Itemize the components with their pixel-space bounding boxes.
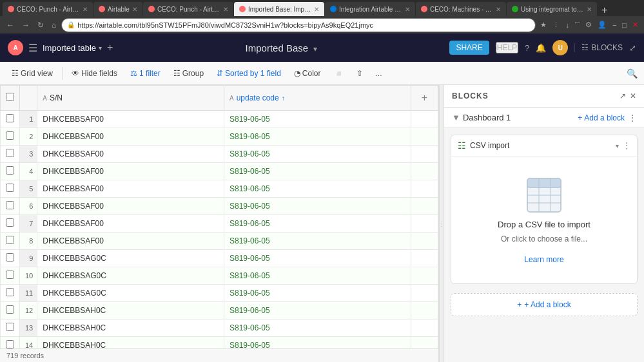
browser-tab[interactable]: Airtable ✕ [93, 2, 142, 16]
row-checkbox-cell[interactable] [1, 285, 20, 302]
col-header-checkbox[interactable] [1, 86, 20, 111]
row-height-button[interactable]: ◽ [329, 66, 349, 81]
avatar[interactable]: U [552, 40, 568, 55]
row-number: 9 [20, 250, 37, 267]
row-checkbox-cell[interactable] [1, 337, 20, 349]
panel-separator[interactable]: ⋮ [439, 85, 444, 362]
color-button[interactable]: ◔ Color [289, 66, 326, 81]
row-checkbox-cell[interactable] [1, 146, 20, 163]
row-checkbox[interactable] [6, 305, 14, 314]
filter-button[interactable]: ⚖ 1 filter [125, 66, 166, 81]
blocks-toggle[interactable]: ☷ BLOCKS [574, 43, 623, 52]
table-row: 9 DHKCEBBSAG0C S819-06-05 [1, 250, 438, 267]
extensions-icon[interactable]: ⎴ [573, 21, 581, 30]
block-card-menu-icon[interactable]: ⋮ [623, 141, 630, 150]
row-checkbox[interactable] [6, 253, 14, 262]
close-panel-icon[interactable]: ✕ [630, 91, 636, 100]
row-checkbox[interactable] [6, 149, 14, 157]
sort-button[interactable]: ⇵ Sorted by 1 field [211, 66, 286, 81]
hide-fields-button[interactable]: 👁 Hide fields [66, 66, 122, 81]
browser-tab[interactable]: Integration Airtable | Inte... ✕ [325, 2, 415, 16]
data-table: A S/N A update code ↑ [0, 85, 438, 348]
group-button[interactable]: ☷ Group [168, 66, 209, 81]
select-all-checkbox[interactable] [6, 93, 14, 101]
home-button[interactable]: ⌂ [49, 19, 59, 31]
header-left: A ☰ Imported table ▾ + [8, 40, 113, 55]
search-button[interactable]: 🔍 [627, 68, 638, 79]
expand-panel-icon[interactable]: ↗ [620, 91, 626, 100]
row-checkbox[interactable] [6, 166, 14, 175]
expand-collapse-icons[interactable]: ↗ ✕ [620, 91, 636, 100]
row-checkbox[interactable] [6, 131, 14, 140]
add-block-button[interactable]: + Add a block [578, 113, 625, 122]
row-update-value: S819-06-05 [224, 337, 411, 349]
close-window-button[interactable]: ✕ [630, 20, 640, 30]
row-checkbox[interactable] [6, 323, 14, 331]
help-text[interactable]: HELP [496, 42, 518, 53]
forward-button[interactable]: → [19, 19, 32, 31]
browser-tab[interactable]: CECO: Machines - Airtable ✕ [416, 2, 506, 16]
lock-icon: 🔒 [67, 21, 75, 28]
row-checkbox-cell[interactable] [1, 198, 20, 215]
browser-tab[interactable]: CECO: Punch - Airtable ✕ [3, 2, 93, 16]
row-checkbox-cell[interactable] [1, 128, 20, 146]
row-checkbox[interactable] [6, 218, 14, 227]
row-checkbox[interactable] [6, 201, 14, 209]
add-column-button[interactable]: + [416, 90, 433, 106]
more-toolbar-button[interactable]: ... [371, 66, 387, 81]
share-button[interactable]: SHARE [449, 41, 489, 55]
row-checkbox-cell[interactable] [1, 319, 20, 337]
person-icon[interactable]: 👤 [596, 20, 609, 30]
col-header-update[interactable]: A update code ↑ [224, 86, 411, 111]
browser-tab[interactable]: Using integromat to ident... ✕ [507, 2, 597, 16]
row-checkbox[interactable] [6, 236, 14, 244]
row-checkbox-cell[interactable] [1, 215, 20, 233]
download-icon[interactable]: ↓ [563, 21, 571, 30]
learn-more-button[interactable]: Learn more [524, 255, 563, 264]
row-checkbox-cell[interactable] [1, 267, 20, 285]
sort-icon: ⇵ [217, 69, 223, 78]
row-checkbox-cell[interactable] [1, 302, 20, 319]
row-checkbox[interactable] [6, 114, 14, 122]
browser-tab[interactable]: CECO: Punch - Airtable ✕ [143, 2, 233, 16]
row-checkbox-cell[interactable] [1, 111, 20, 128]
share-view-button[interactable]: ⇧ [351, 66, 368, 81]
minimize-button[interactable]: − [610, 21, 618, 30]
col-header-sn[interactable]: A S/N [37, 86, 224, 111]
row-update-value: S819-06-05 [224, 163, 411, 180]
add-block-footer[interactable]: + + Add a block [451, 293, 638, 316]
row-sn-value: DHKCEBBSAF00 [37, 128, 224, 146]
expand-button[interactable]: ⤢ [629, 43, 636, 53]
table-container[interactable]: A S/N A update code ↑ [0, 85, 438, 348]
table-selector[interactable]: Imported table ▾ [43, 43, 102, 53]
back-button[interactable]: ← [4, 19, 17, 31]
row-checkbox[interactable] [6, 340, 14, 348]
row-sn-value: DHKCEBBSAG0C [37, 250, 224, 267]
browser-tab[interactable]: Imported Base: Imported t... ✕ [234, 2, 324, 16]
row-number: 6 [20, 198, 37, 215]
row-checkbox-cell[interactable] [1, 233, 20, 250]
row-checkbox-cell[interactable] [1, 180, 20, 198]
new-tab-button[interactable]: + [598, 5, 611, 16]
add-column-header[interactable]: + [411, 86, 438, 111]
row-checkbox[interactable] [6, 184, 14, 192]
table-row: 14 DHKCEBBSAH0C S819-06-05 [1, 337, 438, 349]
grid-view-button[interactable]: ☷ Grid view [6, 66, 58, 81]
table-row: 2 DHKCEBBSAF00 S819-06-05 [1, 128, 438, 146]
row-checkbox[interactable] [6, 271, 14, 279]
row-checkbox-cell[interactable] [1, 163, 20, 180]
address-bar[interactable]: 🔒 https://airtable.com/tbl95nSTW15PFmJ80… [61, 18, 536, 32]
row-checkbox-cell[interactable] [1, 250, 20, 267]
dashboard-menu-icon[interactable]: ⋮ [629, 113, 636, 122]
maximize-button[interactable]: □ [620, 21, 629, 30]
notification-icon[interactable]: 🔔 [536, 43, 546, 53]
question-icon[interactable]: ? [525, 43, 529, 53]
svg-rect-1 [527, 178, 561, 187]
more-options-icon[interactable]: ⋮ [551, 20, 561, 30]
add-table-button[interactable]: + [107, 42, 113, 53]
refresh-button[interactable]: ↻ [35, 19, 46, 31]
settings-icon[interactable]: ⚙ [583, 20, 594, 30]
bookmark-icon[interactable]: ★ [538, 20, 549, 30]
row-checkbox[interactable] [6, 288, 14, 296]
hamburger-button[interactable]: ☰ [28, 42, 37, 54]
